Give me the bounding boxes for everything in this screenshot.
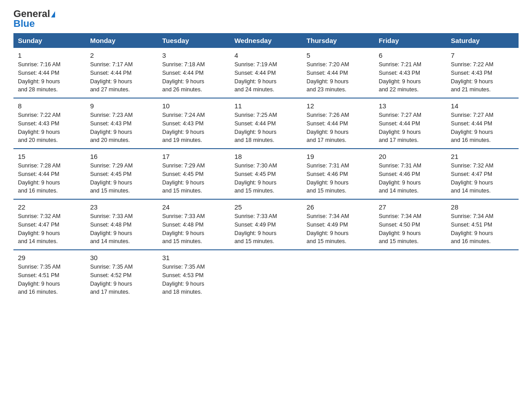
day-cell: 3 Sunrise: 7:18 AMSunset: 4:44 PMDayligh… xyxy=(158,48,230,98)
day-cell: 6 Sunrise: 7:21 AMSunset: 4:43 PMDayligh… xyxy=(374,48,446,98)
day-number: 9 xyxy=(90,102,153,110)
day-cell: 5 Sunrise: 7:20 AMSunset: 4:44 PMDayligh… xyxy=(302,48,374,98)
day-cell: 13 Sunrise: 7:27 AMSunset: 4:44 PMDaylig… xyxy=(374,98,446,149)
day-cell: 8 Sunrise: 7:22 AMSunset: 4:43 PMDayligh… xyxy=(13,98,86,149)
day-cell: 29 Sunrise: 7:35 AMSunset: 4:51 PMDaylig… xyxy=(13,250,86,300)
day-cell: 26 Sunrise: 7:34 AMSunset: 4:49 PMDaylig… xyxy=(302,199,374,250)
day-info: Sunrise: 7:17 AMSunset: 4:44 PMDaylight:… xyxy=(90,61,133,93)
day-info: Sunrise: 7:27 AMSunset: 4:44 PMDaylight:… xyxy=(379,112,421,143)
day-info: Sunrise: 7:29 AMSunset: 4:45 PMDaylight:… xyxy=(162,163,205,194)
day-number: 21 xyxy=(451,153,514,160)
day-number: 24 xyxy=(162,203,225,211)
day-number: 10 xyxy=(162,102,225,110)
day-cell: 17 Sunrise: 7:29 AMSunset: 4:45 PMDaylig… xyxy=(158,149,230,199)
day-cell: 19 Sunrise: 7:31 AMSunset: 4:46 PMDaylig… xyxy=(302,149,374,199)
day-info: Sunrise: 7:18 AMSunset: 4:44 PMDaylight:… xyxy=(162,61,205,93)
day-info: Sunrise: 7:31 AMSunset: 4:46 PMDaylight:… xyxy=(307,163,349,194)
day-info: Sunrise: 7:22 AMSunset: 4:43 PMDaylight:… xyxy=(18,112,60,143)
day-number: 29 xyxy=(18,254,81,261)
day-cell xyxy=(374,250,446,300)
day-cell: 7 Sunrise: 7:22 AMSunset: 4:43 PMDayligh… xyxy=(446,48,519,98)
day-cell: 4 Sunrise: 7:19 AMSunset: 4:44 PMDayligh… xyxy=(230,48,302,98)
day-cell: 21 Sunrise: 7:32 AMSunset: 4:47 PMDaylig… xyxy=(446,149,519,199)
day-cell: 28 Sunrise: 7:34 AMSunset: 4:51 PMDaylig… xyxy=(446,199,519,250)
day-cell xyxy=(230,250,302,300)
week-row-5: 29 Sunrise: 7:35 AMSunset: 4:51 PMDaylig… xyxy=(13,250,519,300)
day-number: 25 xyxy=(234,203,297,211)
day-number: 27 xyxy=(379,203,442,211)
day-number: 28 xyxy=(451,203,514,211)
day-cell xyxy=(446,250,519,300)
day-cell: 24 Sunrise: 7:33 AMSunset: 4:48 PMDaylig… xyxy=(158,199,230,250)
day-cell: 31 Sunrise: 7:35 AMSunset: 4:53 PMDaylig… xyxy=(158,250,230,300)
day-number: 20 xyxy=(379,153,442,160)
weekday-header-sunday: Sunday xyxy=(13,33,86,48)
day-cell: 25 Sunrise: 7:33 AMSunset: 4:49 PMDaylig… xyxy=(230,199,302,250)
day-info: Sunrise: 7:19 AMSunset: 4:44 PMDaylight:… xyxy=(234,61,277,93)
day-info: Sunrise: 7:22 AMSunset: 4:43 PMDaylight:… xyxy=(451,61,493,93)
day-cell: 12 Sunrise: 7:26 AMSunset: 4:44 PMDaylig… xyxy=(302,98,374,149)
day-cell: 11 Sunrise: 7:25 AMSunset: 4:44 PMDaylig… xyxy=(230,98,302,149)
week-row-1: 1 Sunrise: 7:16 AMSunset: 4:44 PMDayligh… xyxy=(13,48,519,98)
header: General Blue xyxy=(13,9,519,29)
day-cell: 30 Sunrise: 7:35 AMSunset: 4:52 PMDaylig… xyxy=(86,250,158,300)
day-cell: 23 Sunrise: 7:33 AMSunset: 4:48 PMDaylig… xyxy=(86,199,158,250)
day-info: Sunrise: 7:34 AMSunset: 4:49 PMDaylight:… xyxy=(307,213,349,244)
day-cell: 16 Sunrise: 7:29 AMSunset: 4:45 PMDaylig… xyxy=(86,149,158,199)
day-number: 26 xyxy=(307,203,370,211)
day-info: Sunrise: 7:33 AMSunset: 4:48 PMDaylight:… xyxy=(90,213,133,244)
week-row-4: 22 Sunrise: 7:32 AMSunset: 4:47 PMDaylig… xyxy=(13,199,519,250)
day-info: Sunrise: 7:31 AMSunset: 4:46 PMDaylight:… xyxy=(379,163,421,194)
day-number: 6 xyxy=(379,51,442,59)
calendar-table: SundayMondayTuesdayWednesdayThursdayFrid… xyxy=(13,33,519,300)
day-info: Sunrise: 7:34 AMSunset: 4:51 PMDaylight:… xyxy=(451,213,493,244)
day-number: 2 xyxy=(90,51,153,59)
day-info: Sunrise: 7:29 AMSunset: 4:45 PMDaylight:… xyxy=(90,163,133,194)
day-number: 12 xyxy=(307,102,370,110)
day-info: Sunrise: 7:21 AMSunset: 4:43 PMDaylight:… xyxy=(379,61,421,93)
day-number: 7 xyxy=(451,51,514,59)
day-info: Sunrise: 7:34 AMSunset: 4:50 PMDaylight:… xyxy=(379,213,421,244)
day-info: Sunrise: 7:25 AMSunset: 4:44 PMDaylight:… xyxy=(234,112,277,143)
day-info: Sunrise: 7:35 AMSunset: 4:51 PMDaylight:… xyxy=(18,264,60,295)
day-number: 8 xyxy=(18,102,81,110)
day-number: 11 xyxy=(234,102,297,110)
weekday-header-friday: Friday xyxy=(374,33,446,48)
day-info: Sunrise: 7:32 AMSunset: 4:47 PMDaylight:… xyxy=(451,163,493,194)
day-info: Sunrise: 7:16 AMSunset: 4:44 PMDaylight:… xyxy=(18,61,60,93)
day-info: Sunrise: 7:30 AMSunset: 4:45 PMDaylight:… xyxy=(234,163,277,194)
day-info: Sunrise: 7:23 AMSunset: 4:43 PMDaylight:… xyxy=(90,112,133,143)
day-number: 30 xyxy=(90,254,153,261)
day-number: 14 xyxy=(451,102,514,110)
day-cell: 22 Sunrise: 7:32 AMSunset: 4:47 PMDaylig… xyxy=(13,199,86,250)
day-cell: 2 Sunrise: 7:17 AMSunset: 4:44 PMDayligh… xyxy=(86,48,158,98)
day-number: 18 xyxy=(234,153,297,160)
day-number: 22 xyxy=(18,203,81,211)
day-info: Sunrise: 7:32 AMSunset: 4:47 PMDaylight:… xyxy=(18,213,60,244)
day-number: 23 xyxy=(90,203,153,211)
day-number: 5 xyxy=(307,51,370,59)
day-cell: 15 Sunrise: 7:28 AMSunset: 4:44 PMDaylig… xyxy=(13,149,86,199)
day-number: 3 xyxy=(162,51,225,59)
day-cell xyxy=(302,250,374,300)
day-cell: 14 Sunrise: 7:27 AMSunset: 4:44 PMDaylig… xyxy=(446,98,519,149)
weekday-header-saturday: Saturday xyxy=(446,33,519,48)
day-cell: 10 Sunrise: 7:24 AMSunset: 4:43 PMDaylig… xyxy=(158,98,230,149)
day-info: Sunrise: 7:27 AMSunset: 4:44 PMDaylight:… xyxy=(451,112,493,143)
week-row-2: 8 Sunrise: 7:22 AMSunset: 4:43 PMDayligh… xyxy=(13,98,519,149)
weekday-header-tuesday: Tuesday xyxy=(158,33,230,48)
logo-general-text: General xyxy=(13,9,55,19)
weekday-header-row: SundayMondayTuesdayWednesdayThursdayFrid… xyxy=(13,33,519,48)
day-number: 15 xyxy=(18,153,81,160)
day-number: 19 xyxy=(307,153,370,160)
day-info: Sunrise: 7:35 AMSunset: 4:53 PMDaylight:… xyxy=(162,264,205,295)
day-info: Sunrise: 7:35 AMSunset: 4:52 PMDaylight:… xyxy=(90,264,133,295)
weekday-header-thursday: Thursday xyxy=(302,33,374,48)
day-number: 16 xyxy=(90,153,153,160)
day-cell: 18 Sunrise: 7:30 AMSunset: 4:45 PMDaylig… xyxy=(230,149,302,199)
logo: General Blue xyxy=(13,9,55,29)
day-cell: 9 Sunrise: 7:23 AMSunset: 4:43 PMDayligh… xyxy=(86,98,158,149)
day-info: Sunrise: 7:33 AMSunset: 4:49 PMDaylight:… xyxy=(234,213,277,244)
day-number: 4 xyxy=(234,51,297,59)
day-number: 31 xyxy=(162,254,225,261)
